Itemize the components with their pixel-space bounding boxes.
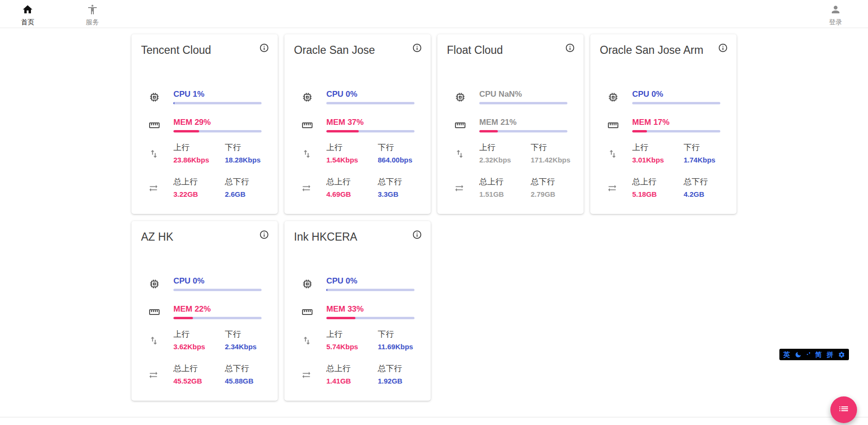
cpu-meter: CPU 0% bbox=[326, 276, 414, 291]
info-icon[interactable] bbox=[412, 43, 422, 55]
download-value: 864.00bps bbox=[378, 155, 429, 164]
nav-home-label: 首页 bbox=[21, 18, 34, 27]
total-download-value: 1.92GB bbox=[378, 376, 429, 385]
upload-stat: 上行 5.74Kbps bbox=[326, 330, 378, 351]
memory-ruler-icon bbox=[131, 304, 173, 319]
mem-usage-label: MEM 21% bbox=[479, 118, 567, 127]
download-value: 11.69Kbps bbox=[378, 342, 429, 351]
gear-icon[interactable] bbox=[838, 351, 845, 358]
info-icon[interactable] bbox=[412, 230, 422, 242]
upload-value: 1.54Kbps bbox=[326, 155, 378, 164]
total-upload-value: 4.69GB bbox=[326, 190, 378, 199]
updown-arrows-icon bbox=[284, 143, 326, 164]
total-upload-value: 3.22GB bbox=[173, 190, 225, 199]
list-icon bbox=[838, 403, 849, 416]
total-upload-stat: 总上行 3.22GB bbox=[173, 177, 225, 199]
cpu-chip-icon bbox=[131, 90, 173, 104]
upload-stat: 上行 3.01Kbps bbox=[632, 143, 684, 164]
server-list-fab[interactable] bbox=[830, 396, 857, 423]
mem-usage-label: MEM 17% bbox=[632, 118, 720, 127]
total-download-stat: 总下行 1.92GB bbox=[378, 364, 429, 385]
upload-stat: 上行 23.86Kbps bbox=[173, 143, 225, 164]
mem-meter: MEM 21% bbox=[479, 118, 567, 132]
total-upload-label: 总上行 bbox=[173, 364, 225, 374]
home-icon bbox=[22, 4, 33, 17]
total-upload-label: 总上行 bbox=[326, 177, 378, 187]
server-name: Ink HKCERA bbox=[294, 230, 357, 244]
ime-punctuation-toggle[interactable]: ·' bbox=[807, 349, 810, 360]
download-value: 1.74Kbps bbox=[684, 155, 735, 164]
cpu-meter: CPU 1% bbox=[173, 90, 262, 104]
mem-progressbar bbox=[632, 130, 720, 132]
updown-arrows-icon bbox=[131, 143, 173, 164]
total-download-label: 总下行 bbox=[378, 364, 429, 374]
upload-value: 3.01Kbps bbox=[632, 155, 684, 164]
cpu-progressbar bbox=[173, 289, 262, 291]
cpu-usage-label: CPU 0% bbox=[173, 276, 262, 286]
total-download-label: 总下行 bbox=[225, 177, 276, 187]
download-stat: 下行 18.28Kbps bbox=[225, 143, 276, 164]
cpu-progressbar bbox=[632, 102, 720, 104]
server-name: AZ HK bbox=[141, 230, 173, 244]
total-download-value: 3.3GB bbox=[378, 190, 429, 199]
cpu-meter: CPU 0% bbox=[326, 90, 414, 104]
upload-label: 上行 bbox=[632, 143, 684, 152]
server-card-tencent-cloud: Tencent Cloud CPU 1% MEM 29% bbox=[131, 34, 278, 214]
nav-left: 首页 服务 bbox=[0, 1, 101, 27]
upload-value: 3.62Kbps bbox=[173, 342, 225, 351]
total-download-label: 总下行 bbox=[225, 364, 276, 374]
upload-value: 23.86Kbps bbox=[173, 155, 225, 164]
mem-meter: MEM 29% bbox=[173, 118, 262, 132]
total-upload-label: 总上行 bbox=[632, 177, 684, 187]
upload-value: 5.74Kbps bbox=[326, 342, 378, 351]
nav-item-login[interactable]: 登录 bbox=[827, 1, 844, 27]
ime-pinyin-toggle[interactable]: 拼 bbox=[827, 349, 833, 360]
server-name: Float Cloud bbox=[447, 43, 503, 57]
total-upload-stat: 总上行 45.52GB bbox=[173, 364, 225, 385]
ime-lang-toggle[interactable]: 英 bbox=[783, 349, 790, 360]
download-stat: 下行 864.00bps bbox=[378, 143, 429, 164]
moon-icon[interactable] bbox=[795, 351, 802, 358]
swap-arrows-icon bbox=[284, 364, 326, 385]
mem-usage-label: MEM 37% bbox=[326, 118, 414, 127]
server-card-oracle-san-jose: Oracle San Jose CPU 0% MEM 37% bbox=[284, 34, 431, 214]
upload-label: 上行 bbox=[326, 330, 378, 339]
info-icon[interactable] bbox=[259, 43, 269, 55]
total-upload-stat: 总上行 5.18GB bbox=[632, 177, 684, 199]
swap-arrows-icon bbox=[590, 177, 632, 199]
person-icon bbox=[830, 4, 841, 17]
info-icon[interactable] bbox=[259, 230, 269, 242]
download-label: 下行 bbox=[225, 143, 276, 152]
footer-divider bbox=[0, 417, 868, 417]
total-upload-stat: 总上行 4.69GB bbox=[326, 177, 378, 199]
download-label: 下行 bbox=[378, 330, 429, 339]
mem-usage-label: MEM 29% bbox=[173, 118, 262, 127]
upload-label: 上行 bbox=[326, 143, 378, 152]
info-icon[interactable] bbox=[565, 43, 575, 55]
ime-simplified-toggle[interactable]: 简 bbox=[815, 349, 822, 360]
mem-progressbar bbox=[173, 130, 262, 132]
info-icon[interactable] bbox=[718, 43, 728, 55]
mem-progressbar bbox=[173, 317, 262, 319]
cpu-progressbar bbox=[479, 102, 567, 104]
total-upload-stat: 总上行 1.51GB bbox=[479, 177, 531, 199]
server-name: Tencent Cloud bbox=[141, 43, 211, 57]
mem-usage-label: MEM 33% bbox=[326, 304, 414, 314]
total-download-label: 总下行 bbox=[378, 177, 429, 187]
mem-progressbar bbox=[326, 130, 414, 132]
cpu-progressbar bbox=[326, 102, 414, 104]
total-download-stat: 总下行 45.88GB bbox=[225, 364, 276, 385]
cpu-chip-icon bbox=[437, 90, 479, 104]
server-name: Oracle San Jose bbox=[294, 43, 375, 57]
cpu-progressbar bbox=[326, 289, 414, 291]
server-card-grid: Tencent Cloud CPU 1% MEM 29% bbox=[131, 34, 737, 401]
total-download-label: 总下行 bbox=[684, 177, 735, 187]
nav-item-home[interactable]: 首页 bbox=[19, 1, 36, 27]
memory-ruler-icon bbox=[131, 118, 173, 132]
ime-toolbar: 英 ·' 简 拼 bbox=[779, 349, 849, 360]
download-stat: 下行 11.69Kbps bbox=[378, 330, 429, 351]
total-upload-label: 总上行 bbox=[173, 177, 225, 187]
nav-item-services[interactable]: 服务 bbox=[84, 1, 101, 27]
cpu-usage-label: CPU 0% bbox=[326, 90, 414, 99]
mem-progressbar bbox=[479, 130, 567, 132]
